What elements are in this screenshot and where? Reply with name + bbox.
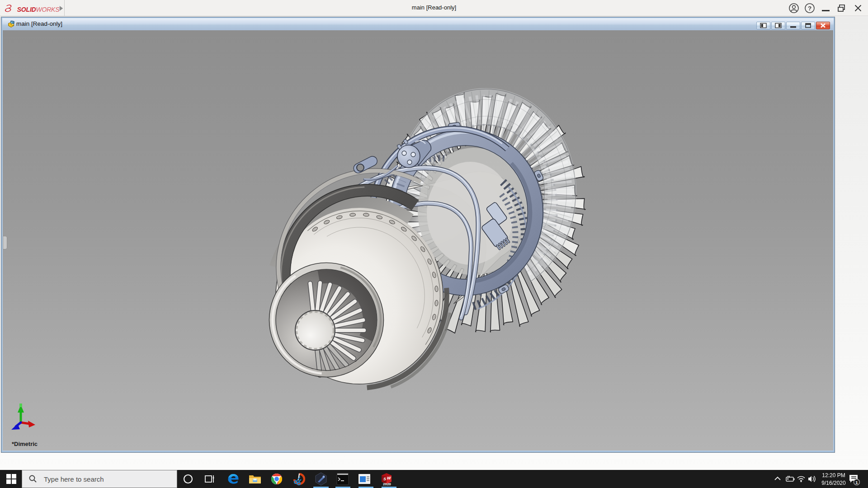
svg-text:9/16/2020: 9/16/2020 bbox=[821, 480, 846, 486]
svg-text:?: ? bbox=[808, 5, 811, 12]
svg-text:2020: 2020 bbox=[383, 482, 391, 486]
svg-text:12:20 PM: 12:20 PM bbox=[822, 472, 845, 479]
svg-text:1: 1 bbox=[855, 480, 858, 485]
svg-text:S: S bbox=[383, 477, 386, 481]
